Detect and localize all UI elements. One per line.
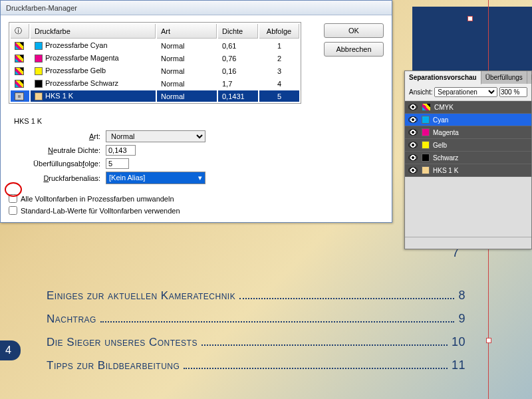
density-label: Neutrale Dichte: [14,146,100,154]
panel-spacer [405,177,531,237]
col-icon[interactable]: ⓘ [11,24,29,39]
toc-entry: Einiges zur aktuellen Kameratechnik8 [47,289,466,303]
dialog-titlebar[interactable]: Druckfarben-Manager [1,1,392,15]
ink-detail: HKS 1 K Art: Normal Neutrale Dichte: Übe… [9,113,384,191]
ink-row[interactable]: Prozessfarbe GelbNormal0,163 [11,65,299,76]
separations-panel: Separationsvorschau Überfüllungs Redu An… [404,70,532,249]
detail-ink-name: HKS 1 K [14,117,378,125]
tab-trapping[interactable]: Überfüllungs [481,71,527,84]
ink-row[interactable]: Prozessfarbe SchwarzNormal1,74 [11,78,299,89]
toc-entry: Nachtrag9 [47,312,466,326]
tab-reduce[interactable]: Redu [527,71,532,84]
tab-separations[interactable]: Separationsvorschau [405,71,481,84]
convert-spot-label: Alle Volltonfarben in Prozessfarben umwa… [21,195,174,203]
separation-list: CMYKCyanMagentaGelbSchwarzHKS 1 K [405,101,531,177]
art-label: Art: [14,132,100,140]
visibility-eye-icon[interactable] [408,104,418,110]
col-type[interactable]: Art [157,24,217,39]
seq-input[interactable] [106,158,129,169]
separation-item[interactable]: Magenta [405,126,531,139]
col-seq[interactable]: Abfolge [259,24,299,39]
visibility-eye-icon[interactable] [408,154,418,161]
cancel-button[interactable]: Abbrechen [324,42,384,57]
selection-handle[interactable] [486,338,491,343]
page-number-badge: 4 [0,340,21,360]
col-density[interactable]: Dichte [218,24,258,39]
visibility-eye-icon[interactable] [408,116,418,123]
ink-row[interactable]: Prozessfarbe MagentaNormal0,762 [11,53,299,64]
alias-label: Druckfarbenalias: [14,174,100,182]
art-select[interactable]: Normal [106,130,205,142]
toc-entry: Die Sieger unseres Contests10 [47,335,466,349]
ink-row[interactable]: HKS 1 KNormal0,14315 [11,90,299,102]
use-lab-checkbox[interactable] [9,206,17,215]
use-lab-label: Standard-Lab-Werte für Volltonfarben ver… [21,207,180,215]
separation-item[interactable]: Cyan [405,114,531,126]
density-input[interactable] [106,145,136,156]
visibility-eye-icon[interactable] [408,142,418,148]
separation-item[interactable]: HKS 1 K [405,164,531,177]
separation-item[interactable]: CMYK [405,101,531,114]
ok-button[interactable]: OK [324,23,384,38]
separation-item[interactable]: Gelb [405,139,531,152]
convert-spot-checkbox[interactable] [9,194,17,203]
zoom-input[interactable] [499,87,527,97]
col-name[interactable]: Druckfarbe [31,24,156,39]
visibility-eye-icon[interactable] [408,167,418,174]
panel-footer [405,237,531,249]
ink-manager-dialog: Druckfarben-Manager ⓘ Druckfarbe Art Dic… [0,0,392,223]
toc-area: 4 Einiges zur aktuellen Kameratechnik8Na… [47,279,466,382]
toc-entry: Tipps zur Bildbearbeitung11 [47,358,466,372]
panel-tabs: Separationsvorschau Überfüllungs Redu [405,71,531,84]
seq-label: Überfüllungsabfolge: [14,160,100,168]
alias-select[interactable]: [Kein Alias] ▾ [106,172,205,184]
separation-item[interactable]: Schwarz [405,152,531,164]
view-label: Ansicht: [409,88,433,96]
ink-table[interactable]: ⓘ Druckfarbe Art Dichte Abfolge Prozessf… [9,22,301,104]
selection-handle[interactable] [467,16,473,21]
ink-row[interactable]: Prozessfarbe CyanNormal0,611 [11,40,299,51]
view-select[interactable]: Separationen [434,87,497,97]
visibility-eye-icon[interactable] [408,129,418,136]
